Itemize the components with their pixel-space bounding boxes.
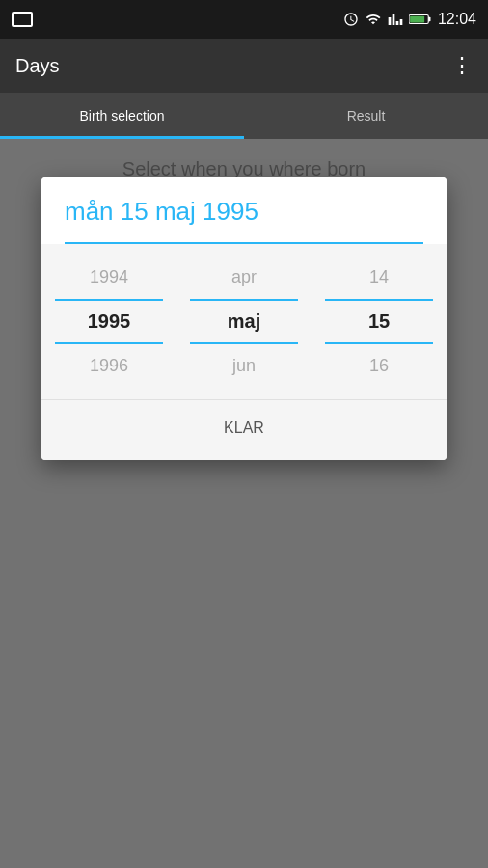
main-content: Select when you where born mån 15 maj 19…: [0, 139, 488, 868]
dialog-header: mån 15 maj 1995: [41, 177, 447, 244]
day-item-15-selected[interactable]: 15: [312, 299, 447, 344]
year-item-1994[interactable]: 1994: [41, 256, 176, 299]
status-bar-right: 12:04: [343, 11, 476, 28]
month-item-maj-selected[interactable]: maj: [176, 299, 312, 344]
dialog-overlay: mån 15 maj 1995 1994 1995 1996: [0, 139, 488, 868]
tab-bar: Birth selection Result: [0, 93, 488, 139]
svg-rect-1: [428, 17, 430, 22]
date-picker-dialog: mån 15 maj 1995 1994 1995 1996: [41, 177, 447, 460]
alarm-icon: [343, 12, 359, 27]
day-picker-column[interactable]: 14 15 16: [312, 256, 447, 388]
month-item-apr[interactable]: apr: [176, 256, 312, 299]
selected-date-display: mån 15 maj 1995: [65, 197, 423, 244]
confirm-button[interactable]: Klar: [201, 412, 287, 445]
app-bar: Days ⋮: [0, 39, 488, 93]
wifi-icon: [365, 12, 382, 27]
month-picker-column[interactable]: apr maj jun: [176, 256, 312, 388]
tab-result[interactable]: Result: [244, 93, 488, 139]
year-item-1996[interactable]: 1996: [41, 344, 176, 388]
year-item-1995-selected[interactable]: 1995: [41, 299, 176, 344]
battery-icon: [409, 13, 432, 26]
status-bar: 12:04: [0, 0, 488, 39]
day-item-14[interactable]: 14: [312, 256, 447, 299]
date-picker[interactable]: 1994 1995 1996 apr maj: [41, 244, 447, 399]
month-item-jun[interactable]: jun: [176, 344, 312, 388]
tab-birth-selection[interactable]: Birth selection: [0, 93, 244, 139]
status-time: 12:04: [438, 11, 476, 28]
status-bar-left: [12, 12, 33, 27]
svg-rect-2: [410, 16, 424, 23]
year-picker-column[interactable]: 1994 1995 1996: [41, 256, 176, 388]
dialog-action-bar: Klar: [41, 399, 447, 460]
screen-icon: [12, 12, 33, 27]
app-title: Days: [15, 55, 60, 77]
overflow-menu-button[interactable]: ⋮: [451, 53, 473, 78]
day-item-16[interactable]: 16: [312, 344, 447, 388]
signal-icon: [388, 12, 403, 27]
